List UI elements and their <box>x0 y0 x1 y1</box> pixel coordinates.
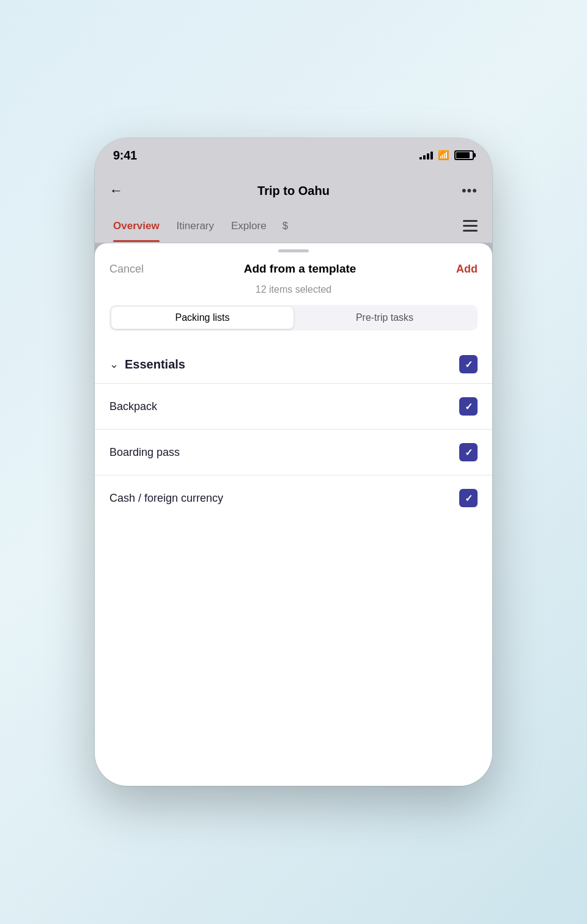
tab-overview[interactable]: Overview <box>105 215 168 237</box>
item-checkbox[interactable]: ✓ <box>459 489 478 507</box>
back-button[interactable]: ← <box>109 183 131 199</box>
checkmark-icon: ✓ <box>465 493 473 504</box>
item-label: Backpack <box>109 400 459 413</box>
item-label: Cash / foreign currency <box>109 492 459 505</box>
checkmark-icon: ✓ <box>465 401 473 413</box>
more-dots-icon: ••• <box>462 183 478 199</box>
signal-icon <box>419 151 433 160</box>
checkmark-icon: ✓ <box>465 359 473 370</box>
list-item[interactable]: Backpack ✓ <box>95 383 492 429</box>
tab-dollar[interactable]: $ <box>275 215 295 237</box>
tab-bar: Overview Itinerary Explore $ <box>95 209 492 243</box>
hamburger-line <box>463 225 478 227</box>
essentials-section-header[interactable]: ⌄ Essentials ✓ <box>95 343 492 383</box>
more-button[interactable]: ••• <box>456 183 478 199</box>
nav-bar: ← Trip to Oahu ••• <box>95 172 492 209</box>
template-list: ⌄ Essentials ✓ Backpack ✓ Boarding pass <box>95 343 492 786</box>
items-selected-label: 12 items selected <box>95 284 492 295</box>
segment-packing-lists[interactable]: Packing lists <box>111 307 294 329</box>
essentials-checkbox[interactable]: ✓ <box>459 355 478 373</box>
status-time: 9:41 <box>113 148 137 163</box>
item-checkbox[interactable]: ✓ <box>459 443 478 461</box>
list-item[interactable]: Cash / foreign currency ✓ <box>95 475 492 521</box>
segment-pre-trip-tasks[interactable]: Pre-trip tasks <box>294 307 476 329</box>
cancel-button[interactable]: Cancel <box>109 263 144 276</box>
back-arrow-icon: ← <box>109 183 123 199</box>
segment-control: Packing lists Pre-trip tasks <box>109 305 478 331</box>
list-item[interactable]: Boarding pass ✓ <box>95 429 492 475</box>
tab-itinerary[interactable]: Itinerary <box>168 215 223 237</box>
checkmark-icon: ✓ <box>465 447 473 458</box>
sheet-title: Add from a template <box>144 262 456 276</box>
tab-explore[interactable]: Explore <box>223 215 275 237</box>
status-icons: 📶 <box>419 150 474 161</box>
item-label: Boarding pass <box>109 446 459 459</box>
wifi-icon: 📶 <box>438 150 449 161</box>
hamburger-menu-button[interactable] <box>458 215 482 237</box>
essentials-title: Essentials <box>125 358 459 372</box>
hamburger-line <box>463 230 478 232</box>
bottom-sheet-bg: Cancel Add from a template Add 12 items … <box>95 243 492 786</box>
phone-frame: 9:41 📶 ← Trip to Oahu ••• Overview <box>95 138 492 786</box>
battery-icon <box>454 150 474 160</box>
bottom-sheet: Cancel Add from a template Add 12 items … <box>95 243 492 786</box>
hamburger-line <box>463 220 478 222</box>
nav-title: Trip to Oahu <box>131 184 456 198</box>
sheet-header: Cancel Add from a template Add <box>95 252 492 284</box>
add-button[interactable]: Add <box>456 263 478 276</box>
item-checkbox[interactable]: ✓ <box>459 397 478 416</box>
status-bar: 9:41 📶 <box>95 138 492 172</box>
chevron-down-icon: ⌄ <box>109 358 119 371</box>
